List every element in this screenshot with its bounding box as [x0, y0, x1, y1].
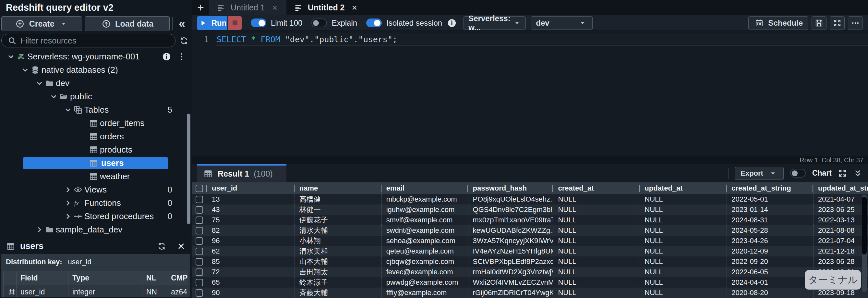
chart-toggle[interactable]: [790, 169, 806, 178]
stop-button[interactable]: [228, 16, 242, 30]
workgroup-select[interactable]: Serverless: w...: [464, 16, 526, 30]
chevron-down-icon[interactable]: [20, 66, 30, 74]
chevron-down-icon[interactable]: [34, 79, 44, 88]
chevron-down-icon[interactable]: [6, 52, 16, 61]
fx-icon: fx: [73, 199, 83, 207]
close-tab-icon[interactable]: [270, 4, 280, 11]
cell-created_at_string: 2022-09-20: [727, 257, 813, 267]
new-tab-button[interactable]: [192, 0, 209, 15]
tree-item-weather[interactable]: weather: [0, 170, 191, 183]
column-header-name[interactable]: name: [295, 182, 382, 194]
chevron-down-icon[interactable]: [63, 106, 73, 114]
tree-item-orders[interactable]: orders: [0, 130, 191, 143]
create-button[interactable]: Create: [1, 16, 82, 31]
chevron-right-icon[interactable]: [63, 212, 73, 221]
tree-item-stored-procedures[interactable]: Stored procedures0: [0, 210, 191, 223]
tree-item-dev[interactable]: dev: [0, 77, 191, 90]
column-header-password_hash[interactable]: password_hash: [468, 182, 554, 194]
explain-toggle[interactable]: [311, 19, 327, 27]
row-select-cell: [192, 288, 207, 298]
tree-item-users[interactable]: users: [0, 156, 191, 170]
row-select-cell: [192, 215, 207, 225]
row-checkbox[interactable]: [195, 258, 203, 266]
svg-text:fx: fx: [74, 200, 79, 206]
row-checkbox[interactable]: [195, 289, 203, 297]
row-select-cell: [192, 267, 207, 277]
collapse-sidebar-button[interactable]: «: [176, 16, 188, 31]
editor-tab-2[interactable]: Untitled 2: [286, 0, 366, 15]
results-scrollbar-thumb[interactable]: [862, 197, 867, 255]
table-row: 13高橋健一mbckp@example.comPO8j9xqUOleLslO4s…: [192, 194, 868, 205]
row-checkbox[interactable]: [195, 237, 203, 245]
database-select[interactable]: dev: [531, 16, 593, 30]
row-checkbox[interactable]: [195, 248, 203, 255]
tree-item-tables[interactable]: Tables5: [0, 103, 191, 117]
tree-item-functions[interactable]: fxFunctions0: [0, 197, 191, 210]
result-tab-count: (100): [254, 169, 273, 179]
row-select-cell: [192, 205, 207, 215]
chevron-down-icon[interactable]: [49, 92, 58, 101]
results-tabbar: Result 1 (100) Export Chart: [192, 164, 868, 182]
table-row: 82清水大輔swdnt@example.comkewUGUDABfcZKWZZg…: [192, 225, 868, 236]
export-button[interactable]: Export: [735, 167, 784, 180]
result-tab[interactable]: Result 1 (100): [197, 164, 286, 182]
run-button[interactable]: Run: [197, 16, 227, 30]
chevron-right-icon[interactable]: [34, 225, 44, 234]
tree-item-views[interactable]: Views0: [0, 183, 191, 197]
info-icon[interactable]: [161, 52, 172, 61]
sql-editor[interactable]: 1 SELECT * FROM "dev"."public"."users";: [192, 31, 868, 156]
column-header-created_at[interactable]: created_at: [553, 182, 640, 194]
schedule-button[interactable]: Schedule: [748, 16, 808, 30]
table-icon: [5, 242, 16, 250]
save-button[interactable]: [812, 16, 827, 30]
more-options-button[interactable]: [848, 16, 863, 30]
cell-created_at: NULL: [553, 225, 640, 236]
column-header-user_id[interactable]: user_id: [207, 182, 295, 194]
row-checkbox[interactable]: [195, 268, 203, 276]
select-all-checkbox[interactable]: [195, 185, 203, 192]
tree-item-products[interactable]: products: [0, 143, 191, 156]
column-header-updated_at[interactable]: updated_at: [640, 182, 727, 194]
row-checkbox[interactable]: [195, 227, 203, 234]
row-checkbox[interactable]: [195, 206, 203, 214]
sql-token: FROM: [261, 35, 280, 44]
tree-item-native-databases-2[interactable]: native databases (2): [0, 63, 191, 77]
limit-toggle[interactable]: [251, 19, 266, 27]
maximize-editor-button[interactable]: [830, 16, 845, 30]
tree-item-sample-data-dev[interactable]: sample_data_dev: [0, 223, 191, 236]
tree-item-serverless-wg-yourname-001[interactable]: Serverless: wg-yourname-001: [0, 50, 191, 63]
column-header-email[interactable]: email: [382, 182, 468, 194]
row-checkbox[interactable]: [195, 216, 203, 224]
chevron-right-icon[interactable]: [63, 185, 73, 194]
sidebar-scrollbar[interactable]: [187, 114, 190, 224]
row-checkbox[interactable]: [195, 279, 203, 286]
cell-updated_at_string: 2021-12-18: [813, 246, 868, 257]
editor-tab-1[interactable]: Untitled 1: [209, 0, 286, 15]
kebab-icon[interactable]: [176, 52, 187, 61]
maximize-results-icon[interactable]: [838, 169, 847, 178]
filter-resources-input[interactable]: [21, 36, 170, 46]
load-data-button-label: Load data: [115, 19, 153, 29]
info-icon[interactable]: [447, 19, 457, 28]
distribution-key-label: Distribution key:: [6, 258, 62, 266]
results-controls: Export Chart: [728, 164, 868, 182]
tree-item-public[interactable]: public: [0, 90, 191, 103]
isolated-session-toggle[interactable]: [366, 19, 382, 27]
row-checkbox[interactable]: [195, 196, 203, 203]
column-header-created_at_string[interactable]: created_at_string: [727, 182, 813, 194]
refresh-detail-icon[interactable]: [156, 242, 167, 250]
caret-down-icon: [577, 20, 588, 27]
load-data-button[interactable]: Load data: [85, 16, 169, 31]
cell-updated_at: NULL: [640, 194, 727, 205]
cell-updated_at: NULL: [640, 225, 727, 236]
row-select-cell: [192, 225, 207, 236]
close-detail-icon[interactable]: [176, 242, 186, 250]
chevron-right-icon[interactable]: [63, 199, 73, 207]
cell-created_at: NULL: [553, 236, 640, 246]
cell-email: smvlf@example.com: [382, 215, 468, 225]
close-tab-icon[interactable]: [349, 4, 360, 11]
double-chevron-down-icon[interactable]: [854, 169, 862, 178]
column-header-updated_at_string[interactable]: updated_at_string: [813, 182, 868, 194]
refresh-tree-icon[interactable]: [179, 36, 189, 45]
tree-item-order-items[interactable]: order_items: [0, 117, 191, 130]
